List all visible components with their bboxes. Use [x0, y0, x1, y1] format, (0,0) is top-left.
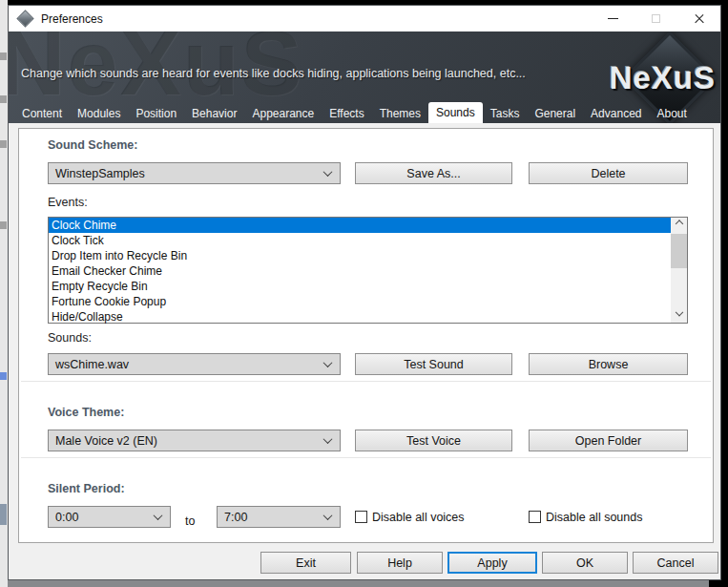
sounds-value: wsChime.wav	[55, 358, 129, 371]
list-item[interactable]: Hide/Collapse	[49, 309, 687, 325]
minimize-button[interactable]	[592, 6, 634, 31]
maximize-icon	[652, 14, 660, 23]
app-diamond-icon	[16, 10, 33, 27]
list-item[interactable]: Empty Recycle Bin	[49, 279, 687, 294]
background-text-fragment	[0, 52, 7, 60]
ok-button[interactable]: OK	[542, 552, 628, 574]
tab-tasks[interactable]: Tasks	[483, 104, 528, 123]
chevron-down-icon	[323, 434, 333, 444]
section-divider	[21, 457, 711, 458]
checkbox-icon[interactable]	[355, 511, 367, 523]
apply-label: Apply	[477, 556, 507, 570]
maximize-button[interactable]	[634, 6, 677, 31]
background-text-fragment	[0, 95, 7, 103]
disable-all-sounds-label: Disable all sounds	[546, 511, 642, 524]
background-corner	[709, 580, 728, 587]
sound-scheme-select[interactable]: WinstepSamples	[48, 162, 341, 184]
test-voice-button[interactable]: Test Voice	[355, 430, 512, 451]
close-button[interactable]	[677, 6, 720, 31]
save-as-button[interactable]: Save As...	[355, 162, 512, 184]
silent-period-from-select[interactable]: 0:00	[48, 506, 171, 528]
silent-period-to-label: to	[185, 514, 195, 528]
chevron-down-icon	[675, 308, 682, 316]
exit-label: Exit	[296, 556, 316, 570]
tab-themes[interactable]: Themes	[372, 104, 428, 123]
silent-period-to-value: 7:00	[224, 511, 247, 524]
save-as-label: Save As...	[406, 167, 460, 180]
title-bar[interactable]: Preferences	[9, 6, 720, 31]
background-link-fragment	[0, 372, 7, 380]
silent-period-label: Silent Period:	[48, 482, 125, 495]
chevron-down-icon	[323, 511, 333, 520]
tab-general[interactable]: General	[527, 104, 583, 123]
events-scrollbar[interactable]	[671, 218, 687, 323]
test-sound-label: Test Sound	[404, 358, 464, 371]
window-title: Preferences	[41, 12, 103, 26]
exit-button[interactable]: Exit	[260, 552, 351, 574]
scroll-down-button[interactable]	[671, 307, 687, 323]
browse-button[interactable]: Browse	[529, 353, 688, 375]
scrollbar-thumb[interactable]	[671, 234, 687, 268]
background-selection-fragment	[0, 504, 7, 525]
voice-theme-label: Voice Theme:	[48, 406, 124, 419]
tab-about[interactable]: About	[649, 104, 694, 123]
delete-label: Delete	[591, 167, 625, 180]
scroll-up-button[interactable]	[671, 218, 687, 233]
cancel-label: Cancel	[657, 556, 695, 570]
section-divider	[21, 381, 711, 382]
close-icon	[694, 13, 705, 25]
tab-modules[interactable]: Modules	[70, 104, 128, 123]
tab-content[interactable]: Content	[14, 104, 70, 123]
events-label: Events:	[48, 196, 88, 209]
cancel-button[interactable]: Cancel	[633, 552, 718, 574]
tab-effects[interactable]: Effects	[322, 104, 371, 123]
background-window-sliver	[0, 0, 8, 587]
preferences-dialog: Preferences NeXuS Change which sounds ar…	[8, 5, 721, 580]
sounds-select[interactable]: wsChime.wav	[48, 353, 341, 375]
help-label: Help	[387, 556, 412, 570]
checkbox-icon[interactable]	[529, 511, 541, 523]
header-banner: NeXuS Change which sounds are heard for …	[9, 31, 720, 123]
test-sound-button[interactable]: Test Sound	[355, 353, 512, 375]
browse-label: Browse	[589, 358, 629, 371]
open-folder-button[interactable]: Open Folder	[529, 430, 688, 451]
ok-label: OK	[576, 556, 593, 570]
tab-position[interactable]: Position	[128, 104, 184, 123]
apply-button[interactable]: Apply	[447, 552, 537, 574]
chevron-down-icon	[323, 167, 333, 177]
sound-scheme-value: WinstepSamples	[55, 167, 145, 180]
sounds-panel: Sound Scheme: WinstepSamples Save As... …	[18, 128, 714, 543]
list-item[interactable]: Clock Tick	[49, 233, 687, 248]
test-voice-label: Test Voice	[406, 434, 461, 448]
background-text-fragment	[0, 140, 7, 148]
disable-all-sounds-checkbox[interactable]: Disable all sounds	[529, 506, 642, 528]
tab-sounds[interactable]: Sounds	[428, 102, 483, 123]
sound-scheme-label: Sound Scheme:	[48, 138, 137, 152]
silent-period-to-select[interactable]: 7:00	[217, 506, 341, 528]
tab-behavior[interactable]: Behavior	[184, 104, 244, 123]
background-window-bottom-edge	[8, 580, 728, 587]
tab-advanced[interactable]: Advanced	[583, 104, 649, 123]
help-button[interactable]: Help	[357, 552, 443, 574]
list-item[interactable]: Fortune Cookie Popup	[49, 294, 687, 309]
list-item[interactable]: Clock Chime	[49, 218, 687, 233]
voice-theme-select[interactable]: Male Voice v2 (EN)	[48, 430, 341, 451]
sounds-label: Sounds:	[48, 331, 92, 345]
list-item[interactable]: Email Checker Chime	[49, 263, 687, 279]
chevron-up-icon	[675, 220, 682, 227]
events-listbox[interactable]: Clock Chime Clock Tick Drop Item into Re…	[48, 217, 688, 324]
silent-period-from-value: 0:00	[55, 511, 78, 524]
delete-button[interactable]: Delete	[529, 162, 688, 184]
voice-theme-value: Male Voice v2 (EN)	[55, 434, 157, 448]
tab-strip: Content Modules Position Behavior Appear…	[14, 104, 695, 123]
list-item[interactable]: Drop Item into Recycle Bin	[49, 248, 687, 263]
open-folder-label: Open Folder	[575, 434, 641, 448]
tab-description: Change which sounds are heard for events…	[21, 67, 526, 80]
nexus-logo-text: NeXuS	[610, 60, 716, 96]
disable-all-voices-label: Disable all voices	[372, 511, 465, 524]
minimize-icon	[608, 18, 618, 19]
disable-all-voices-checkbox[interactable]: Disable all voices	[355, 506, 465, 528]
chevron-down-icon	[323, 358, 333, 367]
chevron-down-icon	[154, 511, 163, 520]
tab-appearance[interactable]: Appearance	[244, 104, 322, 123]
